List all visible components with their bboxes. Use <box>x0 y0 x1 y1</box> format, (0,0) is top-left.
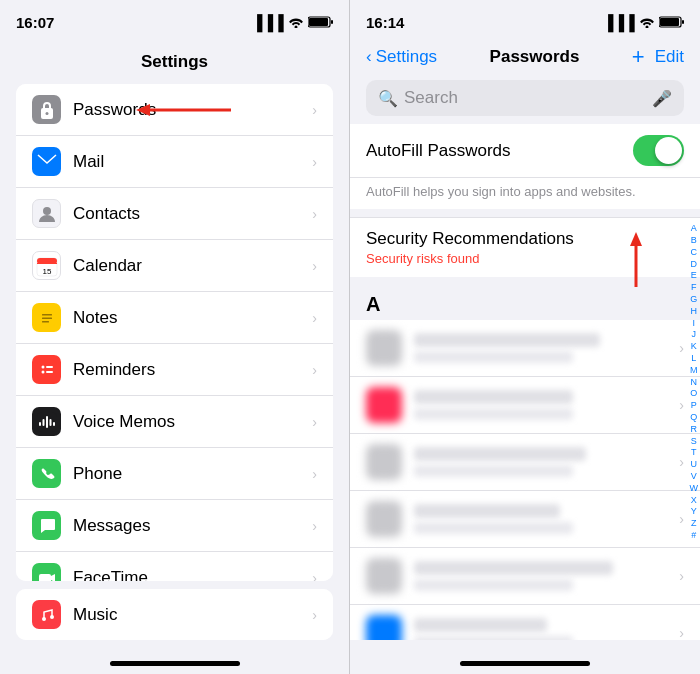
contacts-icon <box>32 199 61 228</box>
alpha-W[interactable]: W <box>690 483 699 494</box>
alpha-M[interactable]: M <box>690 365 699 376</box>
back-button[interactable]: ‹ Settings <box>366 47 437 67</box>
settings-item-reminders[interactable]: Reminders › <box>16 344 333 396</box>
password-info-2 <box>414 390 679 420</box>
alpha-V[interactable]: V <box>690 471 699 482</box>
settings-item-phone[interactable]: Phone › <box>16 448 333 500</box>
svg-rect-17 <box>37 360 57 380</box>
mail-icon <box>32 147 61 176</box>
messages-label: Messages <box>73 516 312 536</box>
left-page-title: Settings <box>0 44 349 84</box>
settings-item-calendar[interactable]: 15 Calendar › <box>16 240 333 292</box>
svg-rect-57 <box>660 18 679 26</box>
phone-label: Phone <box>73 464 312 484</box>
messages-icon <box>32 511 61 540</box>
alpha-U[interactable]: U <box>690 459 699 470</box>
password-row-3[interactable]: › <box>350 434 700 491</box>
password-url-4 <box>414 522 573 534</box>
alpha-F[interactable]: F <box>690 282 699 293</box>
password-url-6 <box>414 636 573 640</box>
autofill-row[interactable]: AutoFill Passwords <box>350 124 700 178</box>
autofill-toggle[interactable] <box>633 135 684 166</box>
alpha-K[interactable]: K <box>690 341 699 352</box>
contacts-chevron: › <box>312 206 317 222</box>
alpha-C[interactable]: C <box>690 247 699 258</box>
alpha-hash[interactable]: # <box>690 530 699 541</box>
settings-item-facetime[interactable]: FaceTime › <box>16 552 333 581</box>
wifi-icon <box>288 14 304 31</box>
music-section: Music › <box>16 589 333 640</box>
svg-rect-2 <box>331 20 333 24</box>
password-row-5[interactable]: › <box>350 548 700 605</box>
search-bar[interactable]: 🔍 Search 🎤 <box>366 80 684 116</box>
password-info-4 <box>414 504 679 534</box>
settings-item-notes[interactable]: Notes › <box>16 292 333 344</box>
alpha-A[interactable]: A <box>690 223 699 234</box>
right-status-bar: 16:14 ▐▐▐ <box>350 0 700 44</box>
alpha-I[interactable]: I <box>690 318 699 329</box>
alpha-R[interactable]: R <box>690 424 699 435</box>
red-arrow-indicator <box>136 98 236 122</box>
svg-rect-11 <box>37 263 57 264</box>
alpha-T[interactable]: T <box>690 447 699 458</box>
voicememos-icon <box>32 407 61 436</box>
red-up-arrow-indicator <box>624 232 648 296</box>
calendar-chevron: › <box>312 258 317 274</box>
password-name-1 <box>414 333 600 347</box>
alpha-P[interactable]: P <box>690 400 699 411</box>
search-icon: 🔍 <box>378 89 398 108</box>
alpha-X[interactable]: X <box>690 495 699 506</box>
left-status-bar: 16:07 ▐▐▐ <box>0 0 349 44</box>
alpha-O[interactable]: O <box>690 388 699 399</box>
alpha-D[interactable]: D <box>690 259 699 270</box>
edit-button[interactable]: Edit <box>655 47 684 67</box>
password-row-6[interactable]: › <box>350 605 700 640</box>
password-row-1[interactable]: › <box>350 320 700 377</box>
notes-icon <box>32 303 61 332</box>
alpha-L[interactable]: L <box>690 353 699 364</box>
reminders-icon <box>32 355 61 384</box>
row5-chevron: › <box>679 568 684 584</box>
alpha-Q[interactable]: Q <box>690 412 699 423</box>
right-battery-icon <box>659 14 684 31</box>
reminders-chevron: › <box>312 362 317 378</box>
row4-chevron: › <box>679 511 684 527</box>
settings-item-contacts[interactable]: Contacts › <box>16 188 333 240</box>
notes-chevron: › <box>312 310 317 326</box>
right-panel: 16:14 ▐▐▐ ‹ Settings Passwords + Edit 🔍 … <box>350 0 700 674</box>
facetime-icon <box>32 563 61 581</box>
alpha-S[interactable]: S <box>690 436 699 447</box>
settings-item-mail[interactable]: Mail › <box>16 136 333 188</box>
alpha-G[interactable]: G <box>690 294 699 305</box>
alpha-Z[interactable]: Z <box>690 518 699 529</box>
row3-chevron: › <box>679 454 684 470</box>
svg-rect-23 <box>39 422 41 426</box>
svg-point-8 <box>43 207 51 215</box>
left-bottom-bar <box>0 640 349 674</box>
alpha-J[interactable]: J <box>690 329 699 340</box>
left-panel: 16:07 ▐▐▐ Settings Passwords › <box>0 0 350 674</box>
settings-item-messages[interactable]: Messages › <box>16 500 333 552</box>
alpha-B[interactable]: B <box>690 235 699 246</box>
alpha-E[interactable]: E <box>690 270 699 281</box>
alpha-N[interactable]: N <box>690 377 699 388</box>
alpha-H[interactable]: H <box>690 306 699 317</box>
settings-item-music[interactable]: Music › <box>16 589 333 640</box>
mail-chevron: › <box>312 154 317 170</box>
alpha-Y[interactable]: Y <box>690 506 699 517</box>
right-home-indicator <box>460 661 590 666</box>
passwords-chevron: › <box>312 102 317 118</box>
settings-item-passwords[interactable]: Passwords › <box>16 84 333 136</box>
password-row-4[interactable]: › <box>350 491 700 548</box>
svg-rect-31 <box>39 574 51 582</box>
password-avatar-5 <box>366 558 402 594</box>
settings-item-voicememos[interactable]: Voice Memos › <box>16 396 333 448</box>
signal-icon: ▐▐▐ <box>252 14 284 31</box>
right-content: AutoFill Passwords AutoFill helps you si… <box>350 124 700 640</box>
add-button[interactable]: + <box>632 44 645 70</box>
right-time: 16:14 <box>366 14 404 31</box>
password-row-2[interactable]: › <box>350 377 700 434</box>
passwords-list: › › › <box>350 320 700 640</box>
svg-rect-19 <box>46 366 53 368</box>
svg-rect-14 <box>42 314 52 316</box>
